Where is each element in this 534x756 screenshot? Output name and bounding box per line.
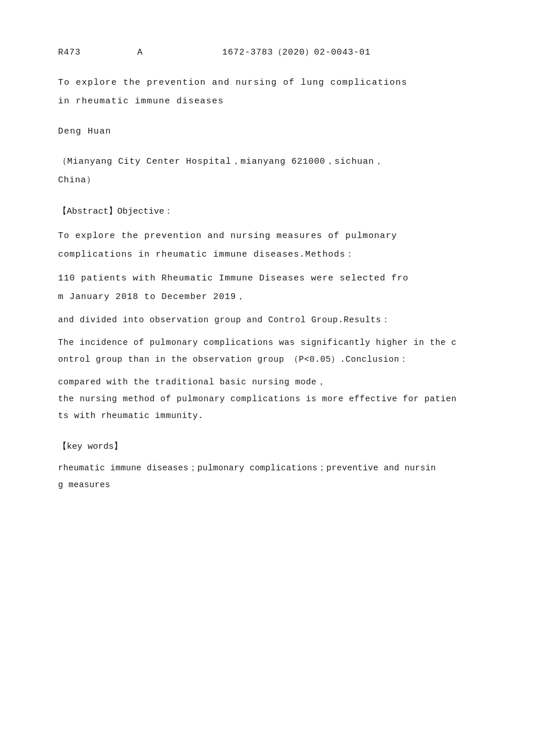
abstract-header-text: 【Abstract】Objective： <box>58 207 173 217</box>
keywords-header-text: 【key words】 <box>58 442 122 452</box>
author-name: Deng Huan <box>58 127 111 136</box>
abstract-header: 【Abstract】Objective： <box>58 206 476 217</box>
abstract-meth-line1: 110 patients with Rheumatic Immune Disea… <box>58 269 476 288</box>
author-block: Deng Huan <box>58 127 476 136</box>
abstract-meth-line2: m January 2018 to December 2019， <box>58 288 476 307</box>
abstract-res-line3: and divided into observation group and C… <box>58 312 476 329</box>
identifier: 1672-3783（2020）02-0043-01 <box>222 48 371 57</box>
abstract-results: The incidence of pulmonary complications… <box>58 334 476 368</box>
abstract-objective: To explore the prevention and nursing me… <box>58 227 476 264</box>
keywords-header: 【key words】 <box>58 441 476 452</box>
abstract-con-line2: the nursing method of pulmonary complica… <box>58 391 476 408</box>
abstract-con-line3: ts with rheumatic immunity. <box>58 408 476 424</box>
classification: R473 <box>58 48 81 57</box>
affiliation-line1: （Mianyang City Center Hospital，mianyang … <box>58 153 476 171</box>
affiliation-line2: China） <box>58 171 476 190</box>
keywords-line1: rheumatic immune diseases；pulmonary comp… <box>58 460 476 477</box>
abstract-con-line1: compared with the traditional basic nurs… <box>58 374 476 391</box>
abstract-conclusion: compared with the traditional basic nurs… <box>58 374 476 424</box>
abstract-res-line1: The incidence of pulmonary complications… <box>58 334 476 351</box>
title-line2: in rheumatic immune diseases <box>58 92 476 111</box>
affiliation-block: （Mianyang City Center Hospital，mianyang … <box>58 153 476 189</box>
doc-type: A <box>138 48 143 57</box>
abstract-methods: 110 patients with Rheumatic Immune Disea… <box>58 269 476 306</box>
keywords-body: rheumatic immune diseases；pulmonary comp… <box>58 460 476 494</box>
keywords-line2: g measures <box>58 477 476 494</box>
metadata-line: R473 A 1672-3783（2020）02-0043-01 <box>58 46 476 57</box>
abstract-res-line2: ontrol group than in the observation gro… <box>58 351 476 368</box>
page-container: R473 A 1672-3783（2020）02-0043-01 To expl… <box>0 0 534 756</box>
abstract-obj-line2: complications in rheumatic immune diseas… <box>58 246 476 264</box>
title-block: To explore the prevention and nursing of… <box>58 74 476 110</box>
abstract-results-line: and divided into observation group and C… <box>58 312 476 329</box>
title-line1: To explore the prevention and nursing of… <box>58 74 476 92</box>
abstract-obj-line1: To explore the prevention and nursing me… <box>58 227 476 246</box>
